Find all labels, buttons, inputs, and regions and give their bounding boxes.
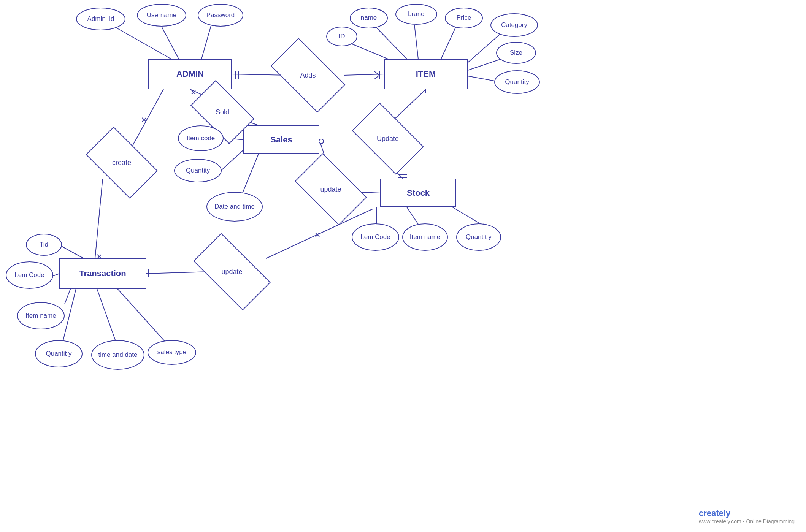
entity-item: ITEM	[384, 59, 468, 89]
svg-line-53	[97, 289, 116, 342]
relationship-sold: Sold	[196, 95, 249, 129]
watermark-brand: creately	[699, 508, 795, 518]
svg-line-47	[407, 207, 418, 224]
attr-stock-itemcode: Item Code	[352, 223, 399, 251]
relationship-create: create	[91, 144, 152, 182]
svg-line-38	[95, 179, 103, 258]
attr-item-category: Category	[490, 13, 538, 37]
attr-trans-timedate: time and date	[91, 340, 144, 370]
svg-line-49	[61, 246, 84, 258]
attr-trans-salestype: sales type	[148, 340, 196, 365]
entity-transaction: Transaction	[59, 258, 146, 289]
svg-line-16	[374, 75, 379, 79]
svg-line-35	[131, 89, 163, 148]
attr-item-brand: brand	[395, 4, 437, 25]
entity-stock: Stock	[380, 179, 456, 207]
watermark: creately www.creately.com • Online Diagr…	[699, 508, 795, 524]
attr-sales-itemcode: Item code	[178, 125, 224, 151]
attr-item-size: Size	[496, 42, 536, 64]
attr-password: Password	[198, 4, 243, 27]
relationship-adds: Adds	[276, 56, 340, 94]
attr-stock-quantity: Quantit y	[456, 223, 501, 251]
svg-line-48	[452, 207, 481, 224]
relationship-update2: update	[198, 253, 266, 291]
svg-line-54	[114, 285, 165, 342]
attr-sales-quantity: Quantity	[174, 159, 222, 182]
svg-line-2	[202, 26, 211, 59]
attr-trans-itemname: Item name	[17, 302, 65, 329]
attr-item-price: Price	[445, 8, 483, 28]
attr-item-quantity: Quantity	[494, 70, 540, 94]
relationship-update-rel: update	[300, 170, 361, 208]
attr-stock-itemname: Item name	[402, 223, 448, 251]
attr-sales-datetime: Date and time	[206, 192, 263, 222]
svg-line-52	[63, 289, 76, 342]
attr-item-id: ID	[326, 27, 357, 46]
svg-line-5	[414, 25, 418, 59]
svg-point-32	[319, 139, 324, 144]
attr-username: Username	[137, 4, 186, 27]
attr-trans-quantity: Quantit y	[35, 340, 83, 367]
diagram-container: ADMIN ITEM Sales Stock Transaction Adds …	[0, 0, 806, 532]
attr-trans-itemcode: Item Code	[6, 261, 53, 289]
entity-sales: Sales	[243, 125, 319, 154]
svg-line-1	[162, 27, 179, 59]
attr-item-name: name	[350, 8, 388, 28]
svg-line-29	[221, 150, 243, 171]
watermark-sub: www.creately.com • Online Diagramming	[699, 518, 795, 524]
attr-trans-tid: Tid	[26, 234, 62, 256]
relationship-update-stock: Update	[357, 120, 418, 158]
attr-admin-id: Admin_id	[76, 8, 125, 30]
